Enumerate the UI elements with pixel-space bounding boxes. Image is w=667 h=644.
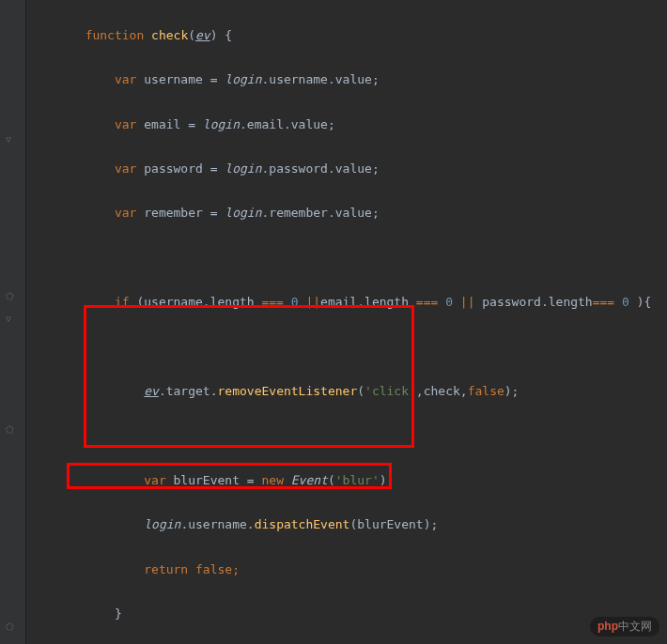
code-line: function check(ev) { (26, 24, 667, 47)
code-line: ev.target.removeEventListener('click',ch… (26, 380, 667, 403)
fold-icon[interactable]: ⬠ (6, 424, 19, 437)
watermark: phpphp中文网中文网 (590, 617, 659, 636)
code-line: var username = login.username.value; (26, 69, 667, 91)
code-line: return false; (26, 559, 667, 581)
fold-icon[interactable]: ▽ (6, 314, 19, 327)
code-line: var remember = login.remember.value; (26, 202, 667, 224)
fold-icon[interactable]: ▽ (6, 134, 19, 147)
code-line (26, 424, 667, 447)
code-line: } (26, 603, 667, 625)
code-line: if (username.length === 0 ||email.length… (26, 291, 667, 314)
code-area[interactable]: function check(ev) { var username = logi… (26, 0, 667, 644)
fold-icon[interactable]: ⬠ (6, 291, 19, 304)
code-line: var email = login.email.value; (26, 114, 667, 136)
code-line (26, 336, 667, 359)
code-line (26, 247, 667, 269)
code-line: login.username.dispatchEvent(blurEvent); (26, 514, 667, 536)
code-line: var blurEvent = new Event('blur'); (26, 469, 667, 492)
code-line: var password = login.password.value; (26, 158, 667, 180)
fold-icon[interactable]: ⬠ (6, 621, 19, 635)
gutter: ▽ ⬠ ▽ ⬠ ⬠ (0, 0, 26, 644)
